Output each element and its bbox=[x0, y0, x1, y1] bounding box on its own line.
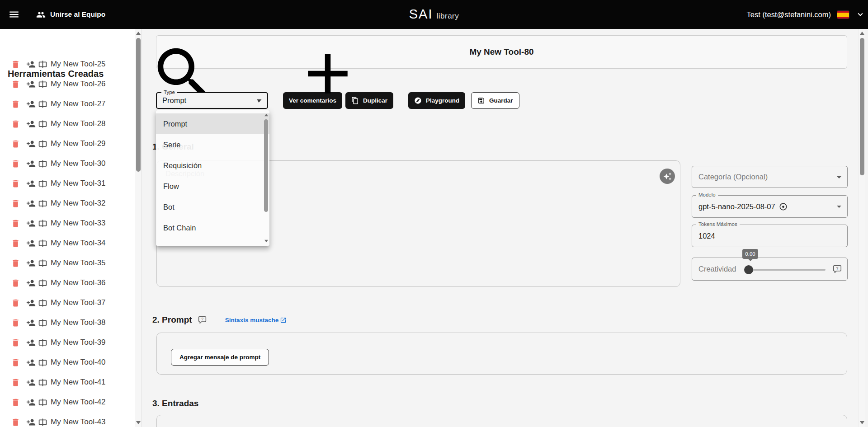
category-select[interactable]: Categoría (Opcional) bbox=[692, 166, 848, 188]
delete-icon[interactable] bbox=[11, 179, 20, 188]
delete-icon[interactable] bbox=[11, 239, 20, 248]
delete-icon[interactable] bbox=[11, 80, 20, 89]
scroll-down-arrow[interactable] bbox=[264, 240, 268, 243]
rename-icon[interactable] bbox=[38, 219, 47, 228]
tool-list-item[interactable]: My New Tool-41 bbox=[0, 372, 134, 392]
rename-icon[interactable] bbox=[38, 358, 47, 367]
tool-list-item[interactable]: My New Tool-35 bbox=[0, 253, 134, 273]
delete-icon[interactable] bbox=[11, 258, 20, 268]
add-prompt-message-button[interactable]: Agregar mensaje de prompt bbox=[171, 349, 269, 366]
type-option[interactable]: Serie bbox=[156, 134, 269, 155]
tool-list-item[interactable]: My New Tool-30 bbox=[0, 154, 134, 174]
tool-name[interactable]: My New Tool-32 bbox=[51, 199, 106, 208]
delete-icon[interactable] bbox=[11, 159, 20, 169]
tool-name[interactable]: My New Tool-36 bbox=[51, 278, 106, 287]
delete-icon[interactable] bbox=[11, 318, 20, 328]
person-add-icon[interactable] bbox=[26, 398, 36, 407]
tool-list-item[interactable]: My New Tool-32 bbox=[0, 193, 134, 213]
tool-name[interactable]: My New Tool-25 bbox=[51, 60, 106, 69]
tool-list-item[interactable]: My New Tool-33 bbox=[0, 213, 134, 233]
join-team-button[interactable]: Unirse al Equipo bbox=[36, 10, 105, 19]
tool-name[interactable]: My New Tool-40 bbox=[51, 358, 106, 367]
rename-icon[interactable] bbox=[38, 179, 47, 188]
delete-icon[interactable] bbox=[11, 199, 20, 208]
person-add-icon[interactable] bbox=[26, 60, 36, 69]
person-add-icon[interactable] bbox=[26, 258, 36, 268]
tool-name[interactable]: My New Tool-31 bbox=[51, 179, 106, 188]
person-add-icon[interactable] bbox=[26, 159, 36, 169]
sidebar-scrollbar-thumb[interactable] bbox=[136, 38, 141, 172]
tool-list-item[interactable]: My New Tool-37 bbox=[0, 293, 134, 313]
rename-icon[interactable] bbox=[38, 258, 47, 268]
person-add-icon[interactable] bbox=[26, 338, 36, 347]
tool-list-item[interactable]: My New Tool-40 bbox=[0, 352, 134, 372]
tool-list-item[interactable]: My New Tool-26 bbox=[0, 74, 134, 94]
person-add-icon[interactable] bbox=[26, 119, 36, 129]
rename-icon[interactable] bbox=[38, 398, 47, 407]
scroll-up-arrow[interactable] bbox=[860, 32, 864, 35]
comment-bubble-icon[interactable] bbox=[198, 315, 207, 325]
type-option[interactable]: Prompt bbox=[156, 113, 269, 134]
delete-icon[interactable] bbox=[11, 60, 20, 69]
tool-list-item[interactable]: My New Tool-36 bbox=[0, 273, 134, 293]
main-scrollbar[interactable] bbox=[859, 29, 865, 427]
tool-name[interactable]: My New Tool-28 bbox=[51, 119, 106, 128]
delete-icon[interactable] bbox=[11, 278, 20, 288]
delete-icon[interactable] bbox=[11, 418, 20, 427]
delete-icon[interactable] bbox=[11, 378, 20, 387]
tool-list-item[interactable]: My New Tool-34 bbox=[0, 233, 134, 253]
rename-icon[interactable] bbox=[38, 199, 47, 208]
tool-list-item[interactable]: My New Tool-28 bbox=[0, 114, 134, 134]
rename-icon[interactable] bbox=[38, 298, 47, 308]
person-add-icon[interactable] bbox=[26, 239, 36, 248]
tool-list-item[interactable]: My New Tool-39 bbox=[0, 333, 134, 352]
ai-generate-button[interactable] bbox=[660, 169, 675, 184]
rename-icon[interactable] bbox=[38, 278, 47, 288]
tool-name[interactable]: My New Tool-35 bbox=[51, 258, 106, 267]
chevron-down-icon[interactable] bbox=[855, 9, 865, 19]
creativity-slider[interactable] bbox=[744, 258, 826, 280]
model-select[interactable]: Modelo gpt-5-nano-2025-08-07 bbox=[692, 195, 848, 218]
person-add-icon[interactable] bbox=[26, 80, 36, 89]
tool-name[interactable]: My New Tool-37 bbox=[51, 298, 106, 307]
person-add-icon[interactable] bbox=[26, 318, 36, 328]
scroll-up-arrow[interactable] bbox=[264, 114, 268, 117]
mustache-syntax-link[interactable]: Sintaxis mustache bbox=[225, 317, 287, 324]
scroll-down-arrow[interactable] bbox=[860, 421, 864, 424]
tool-list-item[interactable]: My New Tool-43 bbox=[0, 412, 134, 427]
delete-icon[interactable] bbox=[11, 398, 20, 407]
rename-icon[interactable] bbox=[38, 318, 47, 328]
rename-icon[interactable] bbox=[38, 139, 47, 149]
person-add-icon[interactable] bbox=[26, 179, 36, 188]
tool-list-item[interactable]: My New Tool-38 bbox=[0, 313, 134, 333]
scroll-up-arrow[interactable] bbox=[136, 32, 141, 35]
rename-icon[interactable] bbox=[38, 378, 47, 387]
tool-name[interactable]: My New Tool-42 bbox=[51, 398, 106, 407]
add-tool-icon[interactable] bbox=[258, 38, 397, 109]
tool-list-item[interactable]: My New Tool-25 bbox=[0, 54, 134, 74]
hamburger-menu-icon[interactable] bbox=[8, 9, 20, 20]
help-bubble-icon[interactable] bbox=[832, 264, 842, 274]
tool-list-item[interactable]: My New Tool-27 bbox=[0, 94, 134, 114]
tool-name[interactable]: My New Tool-33 bbox=[51, 219, 106, 228]
person-add-icon[interactable] bbox=[26, 99, 36, 109]
delete-icon[interactable] bbox=[11, 358, 20, 367]
tool-name[interactable]: My New Tool-30 bbox=[51, 159, 106, 168]
delete-icon[interactable] bbox=[11, 119, 20, 129]
rename-icon[interactable] bbox=[38, 60, 47, 69]
tool-name[interactable]: My New Tool-27 bbox=[51, 99, 106, 108]
language-flag-spain[interactable] bbox=[837, 11, 849, 19]
rename-icon[interactable] bbox=[38, 418, 47, 427]
slider-thumb[interactable] bbox=[744, 265, 753, 274]
sidebar-scrollbar[interactable] bbox=[135, 29, 141, 427]
menu-scrollbar-thumb[interactable] bbox=[264, 119, 268, 212]
main-scrollbar-thumb[interactable] bbox=[860, 38, 864, 175]
tool-name[interactable]: My New Tool-43 bbox=[51, 418, 106, 427]
tool-name[interactable]: My New Tool-38 bbox=[51, 318, 106, 327]
tool-name[interactable]: My New Tool-39 bbox=[51, 338, 106, 347]
tool-list-item[interactable]: My New Tool-29 bbox=[0, 134, 134, 154]
person-add-icon[interactable] bbox=[26, 278, 36, 288]
tool-name[interactable]: My New Tool-29 bbox=[51, 139, 106, 148]
type-option[interactable]: Requisición bbox=[156, 155, 269, 176]
person-add-icon[interactable] bbox=[26, 378, 36, 387]
